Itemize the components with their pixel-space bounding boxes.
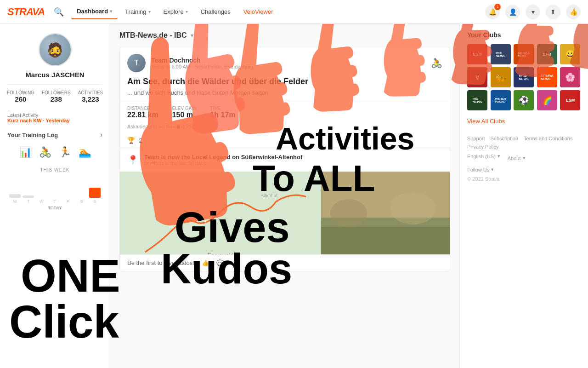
header-right: 🔔 1 👤 ▾ ⬆ 👍: [485, 5, 581, 19]
follow-us-link[interactable]: Follow Us ▾: [467, 167, 581, 172]
card-kudos-info: 🏆 2: [120, 133, 450, 148]
thumbs-up-icon[interactable]: 👍: [566, 5, 581, 19]
nav-veloviewer[interactable]: VeloViewer: [238, 5, 279, 19]
club-logo-bfg[interactable]: BFG: [537, 44, 557, 64]
svg-text:Eberswald: Eberswald: [208, 252, 233, 254]
nav-training[interactable]: Training ▾: [119, 5, 156, 19]
week-chart: M T W T F S S: [7, 176, 102, 204]
comment-button[interactable]: 💬: [216, 259, 224, 266]
card-header: T Team Dochnoch Today at 6:00 AM · Schor…: [120, 47, 450, 77]
support-link[interactable]: Support: [467, 136, 485, 141]
chevron-right-icon: ›: [100, 131, 102, 139]
notification-badge: 1: [494, 4, 501, 10]
clubs-title: Your Clubs: [467, 31, 581, 39]
day-label: S: [93, 199, 96, 204]
card-avatar[interactable]: T: [127, 54, 146, 72]
main-nav: Dashboard ▾ Training ▾ Explore ▾ Challen…: [71, 4, 278, 19]
avatar[interactable]: 🧔: [39, 33, 72, 66]
followers-value: 238: [42, 95, 71, 103]
day-label: W: [40, 199, 44, 204]
cycling-icon[interactable]: 🚴: [39, 146, 51, 158]
card-subtitle: ... und wo sich Fuchs und Hase Guten Mor…: [120, 89, 450, 101]
club-logo-rainbow[interactable]: 🌈: [537, 90, 557, 110]
latest-activity-label: Latest Activity: [7, 112, 102, 118]
terms-link[interactable]: Terms and Conditions: [524, 136, 572, 141]
privacy-link[interactable]: Privacy Policy: [467, 144, 498, 150]
svg-rect-5: [321, 227, 450, 254]
day-friday: F: [62, 198, 74, 204]
training-log-link[interactable]: Your Training Log ›: [7, 131, 102, 139]
center-feed: MTB-News.de - IBC ▾ T Team Dochnoch Toda…: [110, 24, 459, 368]
day-bar: [23, 196, 34, 198]
avatar[interactable]: 👤: [505, 5, 520, 19]
card-username[interactable]: Team Dochnoch: [151, 57, 254, 64]
search-icon[interactable]: 🔍: [54, 7, 64, 17]
club-logo-emoji1[interactable]: 😀: [560, 44, 580, 64]
profile-section: 🧔 Marcus JASCHEN Following 260 Followers…: [7, 33, 102, 103]
latest-activity-link[interactable]: Kurz nach KW · Yesterday: [7, 118, 102, 123]
svg-point-6: [330, 199, 367, 227]
activity-card: T Team Dochnoch Today at 6:00 AM · Schor…: [119, 47, 450, 271]
chevron-down-icon: ▾: [491, 167, 494, 172]
main-layout: 🧔 Marcus JASCHEN Following 260 Followers…: [0, 24, 588, 368]
card-title[interactable]: Am See, durch die Wälder und über die Fe…: [120, 77, 450, 89]
activities-stat[interactable]: Activities 3,223: [78, 90, 103, 103]
activities-label: Activities: [78, 90, 103, 95]
chevron-down-icon: ▾: [186, 9, 188, 14]
card-pr[interactable]: Askanierturm bis Barolina PR (2:31): [120, 124, 450, 133]
notification-bell[interactable]: 🔔 1: [485, 5, 500, 19]
club-logo-mtb[interactable]: mtbNEWS: [491, 44, 511, 64]
bar-chart-icon[interactable]: 📊: [19, 146, 32, 158]
day-label: M: [13, 199, 17, 204]
club-logo-emtb[interactable]: emtbNEWS: [514, 67, 534, 87]
subscription-link[interactable]: Subscription: [491, 136, 519, 141]
nav-challenges[interactable]: Challenges: [195, 5, 236, 19]
club-logo-winter[interactable]: WINTERPOKAL: [491, 90, 511, 110]
day-saturday: S: [76, 198, 87, 204]
club-logo-mtb2[interactable]: mtbNEWS: [467, 90, 487, 110]
this-week-label: THIS WEEK: [7, 167, 102, 172]
kudos-button[interactable]: 👍: [202, 259, 209, 266]
left-sidebar: 🧔 Marcus JASCHEN Following 260 Followers…: [0, 24, 110, 368]
club-logo-fbrmaa[interactable]: FBRMAANEWS: [514, 44, 534, 64]
time-stat: Time 1h 17m: [210, 106, 235, 119]
comment-icon: 💬: [216, 259, 224, 266]
legend-sub: nt efforts in the last 90 days: [144, 161, 302, 166]
today-label: TODAY: [7, 206, 102, 210]
distance-value: 22.81 km: [127, 111, 158, 119]
card-photo[interactable]: [321, 172, 450, 254]
following-stat[interactable]: Following 260: [7, 90, 34, 103]
chevron-down-icon[interactable]: ▾: [526, 5, 540, 19]
club-logo-esm2[interactable]: ESM: [560, 90, 580, 110]
strava-logo[interactable]: STRAVA: [7, 6, 45, 18]
chevron-down-icon[interactable]: ▾: [191, 32, 193, 39]
club-logo-leopard[interactable]: 🐆: [491, 67, 511, 87]
swimming-icon[interactable]: 🏊: [79, 146, 91, 158]
followers-stat[interactable]: Followers 238: [42, 90, 71, 103]
day-thursday: T: [49, 198, 61, 204]
club-logo-esm[interactable]: ESM: [467, 44, 487, 64]
day-wednesday: W: [36, 198, 47, 204]
club-logo-football[interactable]: ⚽: [514, 90, 534, 110]
footer-row: English (US) ▾ About ▾: [467, 153, 581, 163]
svg-rect-0: [120, 172, 321, 254]
nav-dashboard[interactable]: Dashboard ▾: [71, 4, 118, 19]
view-all-clubs-link[interactable]: View All Clubs: [467, 118, 581, 125]
following-value: 260: [7, 95, 34, 103]
time-label: Time: [210, 106, 235, 111]
card-map[interactable]: Eberswald Altenhof: [120, 172, 321, 254]
running-icon[interactable]: 🏃: [59, 146, 71, 158]
club-logo-v[interactable]: V: [467, 67, 487, 87]
about-link[interactable]: About ▾: [508, 153, 526, 163]
upload-icon[interactable]: ⬆: [546, 5, 560, 19]
nav-explore[interactable]: Explore ▾: [158, 5, 193, 19]
language-selector[interactable]: English (US) ▾: [467, 153, 500, 159]
day-label: T: [54, 199, 57, 204]
clubs-grid: ESM mtbNEWS FBRMAANEWS BFG 😀 V 🐆 emtbNEW…: [467, 44, 581, 110]
activity-type-filters: 📊 🚴 🏃 🏊: [7, 146, 102, 158]
club-logo-pink[interactable]: 🌸: [560, 67, 580, 87]
chevron-down-icon: ▾: [523, 155, 526, 161]
activities-value: 3,223: [78, 95, 103, 103]
club-logo-strava-news[interactable]: STRAVANEWS: [537, 67, 557, 87]
day-label: F: [67, 199, 70, 204]
